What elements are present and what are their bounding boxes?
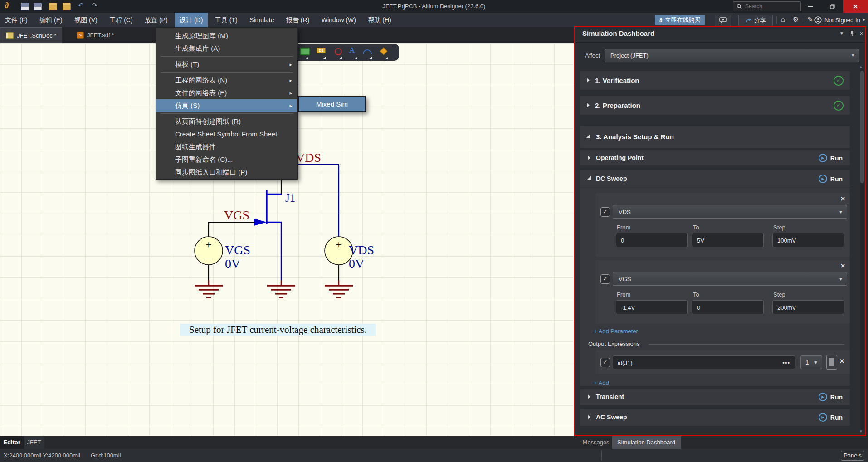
pin-icon[interactable] (849, 30, 855, 37)
minus-mark: − (205, 252, 212, 264)
remove-parameter-icon[interactable]: ✕ (840, 263, 845, 269)
menu-place[interactable]: 放置 (P) (140, 13, 173, 27)
to-field[interactable]: 5V (692, 233, 764, 247)
search-box[interactable] (733, 1, 801, 11)
settings-gear-icon[interactable]: ⚙ (793, 15, 799, 24)
plot-number-dropdown[interactable]: 1 ▼ (800, 355, 822, 369)
remove-parameter-icon[interactable]: ✕ (840, 195, 845, 202)
menu-item-sync-sheet-entries[interactable]: 同步图纸入口和端口 (P) (156, 166, 297, 179)
output-expression-card: ✓ id(J1) ••• 1 ▼ ✕ (595, 350, 850, 374)
menu-project[interactable]: 工程 (C) (104, 13, 137, 27)
row-dc-sweep: DC Sweep ▶ Run ✕ ✓ VDS ▼ From To Step 0 … (580, 170, 850, 386)
parameter-enabled-checkbox[interactable]: ✓ (600, 274, 610, 284)
src-right-name[interactable]: VDS (349, 243, 374, 257)
row-operating-point[interactable]: Operating Point ▶ Run (580, 150, 850, 165)
to-field[interactable]: 0 (692, 300, 764, 314)
step-label: Step (773, 224, 785, 231)
from-field[interactable]: 0 (616, 233, 688, 247)
menu-item-templates[interactable]: 模板 (T)▸ (156, 58, 297, 71)
menu-view[interactable]: 视图 (V) (69, 13, 102, 27)
step-field[interactable]: 200mV (772, 300, 844, 314)
sweep-source-dropdown[interactable]: VGS ▼ (613, 272, 847, 286)
menu-item-document-netlist[interactable]: 文件的网络表 (E)▸ (156, 87, 297, 99)
menu-item-make-schlib[interactable]: 生成原理图库 (M) (156, 29, 297, 42)
from-field[interactable]: -1.4V (616, 300, 688, 314)
sweep-source-dropdown[interactable]: VDS ▼ (613, 205, 847, 219)
tab-simulation-dashboard[interactable]: Simulation Dashboard (612, 436, 681, 449)
tab-editor[interactable]: Editor (0, 436, 24, 449)
menu-file[interactable]: 文件 (F) (0, 13, 33, 27)
plus-mark: + (205, 238, 212, 250)
tab-messages[interactable]: Messages (581, 436, 611, 449)
add-expression-link[interactable]: + Add (594, 379, 609, 386)
close-button[interactable]: ✕ (843, 0, 868, 13)
search-input[interactable] (744, 3, 796, 10)
scroll-down-icon[interactable]: ▾ (860, 429, 862, 433)
submenu-arrow-icon: ▸ (289, 99, 292, 112)
section-preparation[interactable]: 2. Preparation ✓ (580, 96, 850, 115)
trace-color-swatch[interactable] (826, 355, 837, 370)
home-icon[interactable]: ⌂ (781, 15, 785, 23)
affect-dropdown[interactable]: Project (JFET) ▼ (605, 49, 859, 62)
run-transient-button[interactable]: ▶ Run (819, 393, 843, 401)
customize-pen-icon[interactable]: ✎ (807, 15, 813, 24)
panel-menu-icon[interactable]: ▼ (839, 31, 844, 36)
run-ac-sweep-button[interactable]: ▶ Run (819, 413, 843, 422)
run-icon: ▶ (819, 393, 827, 401)
minimize-button[interactable] (800, 0, 821, 13)
step-field[interactable]: 100mV (772, 233, 844, 247)
src-right-value[interactable]: 0V (349, 257, 364, 271)
panel-close-icon[interactable]: ✕ (859, 31, 863, 37)
menu-item-create-sheet-from-symbol[interactable]: 从页面符创建图纸 (R) (156, 115, 297, 128)
buy-online-button[interactable]: ∂ 立即在线购买 (655, 15, 705, 25)
sweep-parameter-card: ✕ ✓ VDS ▼ From To Step 0 5V 100mV (595, 193, 850, 257)
tab-jfet-schdoc[interactable]: JFET.SchDoc * (0, 27, 62, 43)
menu-item-create-sheet-symbol[interactable]: Create Sheet Symbol From Sheet (156, 128, 297, 141)
menu-tools[interactable]: 工具 (T) (210, 13, 243, 27)
expression-field[interactable]: id(J1) ••• (613, 355, 795, 369)
src-left-name[interactable]: VGS (225, 243, 250, 257)
jfet-gate-arrow (254, 219, 267, 226)
scrollbar-thumb[interactable] (860, 71, 864, 183)
parameter-enabled-checkbox[interactable]: ✓ (600, 207, 610, 217)
menu-reports[interactable]: 报告 (R) (281, 13, 314, 27)
section-verification[interactable]: 1. Verification ✓ (580, 71, 850, 90)
jfet-designator[interactable]: J1 (285, 192, 295, 204)
src-left-value[interactable]: 0V (225, 257, 240, 271)
restore-button[interactable] (821, 0, 843, 13)
menu-window[interactable]: Window (W) (317, 13, 361, 27)
menu-item-create-component-from-sheet[interactable]: 图纸生成器件 (156, 141, 297, 153)
menu-item-make-intlib[interactable]: 生成集成库 (A) (156, 42, 297, 55)
menu-design[interactable]: 设计 (D) (175, 13, 208, 27)
section-analysis-setup[interactable]: 3. Analysis Setup & Run (580, 126, 850, 148)
menu-item-project-netlist[interactable]: 工程的网络表 (N)▸ (156, 74, 297, 87)
collapsed-caret-icon (587, 103, 590, 107)
add-parameter-link[interactable]: + Add Parameter (594, 328, 638, 335)
share-button[interactable]: 分享 (738, 15, 773, 26)
menu-item-simulate[interactable]: 仿真 (S)▸ (156, 99, 297, 112)
scroll-up-icon[interactable]: ▴ (860, 64, 862, 69)
row-transient[interactable]: Transient ▶ Run (580, 389, 850, 405)
menu-help[interactable]: 帮助 (H) (363, 13, 396, 27)
net-label-vgs[interactable]: VGS (224, 208, 249, 222)
grid-indicator: Grid:100mil (91, 452, 121, 459)
run-dc-sweep-button[interactable]: ▶ Run (819, 175, 843, 183)
row-ac-sweep[interactable]: AC Sweep ▶ Run (580, 409, 850, 426)
menu-edit[interactable]: 编辑 (E) (34, 13, 68, 27)
comment-button[interactable] (715, 15, 731, 26)
sign-in-menu[interactable]: Not Signed In ▾ (814, 15, 865, 25)
menu-item-rename-child-sheet[interactable]: 子图重新命名 (C)... (156, 153, 297, 166)
net-label-vds[interactable]: VDS (296, 151, 321, 165)
panels-button[interactable]: Panels (841, 451, 864, 461)
affect-label: Affect (585, 52, 600, 59)
tab-sheet-jfet[interactable]: JFET (24, 436, 44, 449)
collapsed-caret-icon (588, 415, 590, 419)
menu-item-mixed-sim[interactable]: Mixed Sim (298, 96, 366, 112)
run-operating-point-button[interactable]: ▶ Run (819, 154, 843, 162)
expression-enabled-checkbox[interactable]: ✓ (600, 358, 610, 367)
tab-jfet-sdf[interactable]: ∿ JFET.sdf * (71, 27, 119, 43)
menu-simulate[interactable]: Simulate (244, 13, 279, 27)
remove-expression-icon[interactable]: ✕ (839, 358, 844, 365)
expression-more-icon[interactable]: ••• (782, 356, 790, 370)
chevron-down-icon: ▾ (863, 18, 865, 22)
